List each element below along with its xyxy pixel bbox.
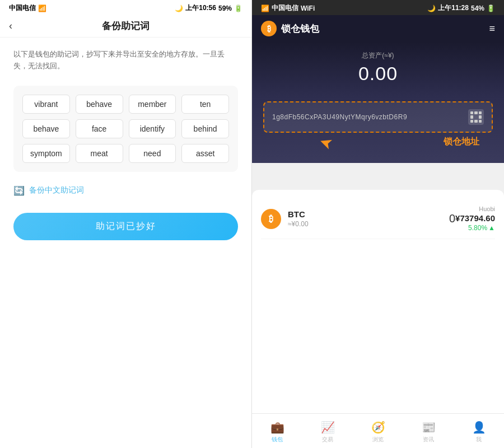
lock-label: 锁仓地址 <box>444 136 479 148</box>
wifi-right: WiFi <box>301 4 315 12</box>
mnemonic-word-4: ten <box>181 95 229 114</box>
mnemonic-word-3: member <box>129 95 176 114</box>
me-nav-label: 我 <box>476 436 482 444</box>
qr-dot <box>479 120 482 123</box>
battery-right: 54% <box>471 4 484 12</box>
coin-info: BTC ≈¥0.00 <box>288 209 445 228</box>
coin-change-value: 5.80% <box>468 224 487 232</box>
coin-change: 5.80% ▲ <box>455 224 495 232</box>
qr-dot <box>474 115 477 118</box>
address-box-wrapper: 1g8dFb56CxPA3U49NytYMqry6vzbtD6R9 ➤ 锁仓地址 <box>252 96 504 163</box>
total-assets-label: 总资产(≈¥) <box>263 51 493 60</box>
backup-chinese-label: 备份中文助记词 <box>29 185 84 195</box>
nav-bar-right: ₿ 锁仓钱包 ≡ <box>252 15 504 42</box>
news-nav-label: 资讯 <box>423 436 434 444</box>
bottom-nav: 💼 钱包 📈 交易 🧭 浏览 📰 资讯 👤 我 <box>252 413 504 448</box>
description-text: 以下是钱包的助记词，抄写下来并导出至安全的地方存放。一旦丢失，无法找回。 <box>13 49 238 72</box>
confirm-button[interactable]: 助记词已抄好 <box>13 213 238 240</box>
battery-left: 59% <box>218 4 232 12</box>
coin-change-arrow: ▲ <box>488 224 495 232</box>
coin-source: Huobi <box>455 206 495 212</box>
qr-dot <box>474 111 477 114</box>
wallet-nav-icon: 💼 <box>270 421 284 434</box>
qr-dot <box>479 111 482 114</box>
coin-approx: ≈¥0.00 <box>288 220 445 228</box>
signal-icon-right: 📶 <box>261 4 269 12</box>
mnemonic-word-1: vibrant <box>22 95 70 114</box>
time-left: 上午10:56 <box>185 3 216 13</box>
carrier-left: 中国电信 <box>9 3 36 13</box>
left-phone: 中国电信 📶 🌙 上午10:56 59% 🔋 ‹ 备份助记词 以下是钱包的助记词… <box>0 0 252 448</box>
moon-icon-right: 🌙 <box>427 4 436 12</box>
wallet-title-label: 锁仓钱包 <box>281 22 319 35</box>
wallet-title: ₿ 锁仓钱包 <box>261 21 319 36</box>
nav-bar-left: ‹ 备份助记词 <box>0 15 251 38</box>
nav-item-trade[interactable]: 📈 交易 <box>314 418 342 446</box>
content-left: 以下是钱包的助记词，抄写下来并导出至安全的地方存放。一旦丢失，无法找回。 vib… <box>0 38 251 448</box>
mnemonic-word-12: asset <box>181 144 229 163</box>
mnemonic-word-5: behave <box>22 119 70 138</box>
mnemonic-grid: vibrantbehavemembertenbehavefaceidentify… <box>13 86 238 172</box>
qr-dot <box>474 120 477 123</box>
status-right-right: 🌙 上午11:28 54% 🔋 <box>427 3 495 13</box>
qr-dot <box>470 111 473 114</box>
page-title-left: 备份助记词 <box>102 20 150 32</box>
mnemonic-word-10: meat <box>76 144 123 163</box>
status-bar-right: 📶 中国电信 WiFi 🌙 上午11:28 54% 🔋 <box>252 0 504 15</box>
time-right: 上午11:28 <box>438 3 469 13</box>
mnemonic-word-9: symptom <box>22 144 70 163</box>
right-phone: 📶 中国电信 WiFi 🌙 上午11:28 54% 🔋 ₿ 锁仓钱包 ≡ 总资产… <box>252 0 504 448</box>
coin-amount: 0 <box>449 212 455 225</box>
carrier-right: 中国电信 <box>272 3 298 13</box>
mnemonic-word-7: identify <box>129 119 176 138</box>
qr-dot <box>470 115 473 118</box>
refresh-icon: 🔄 <box>13 185 25 196</box>
address-text: 1g8dFb56CxPA3U49NytYMqry6vzbtD6R9 <box>272 113 464 121</box>
status-bar-left: 中国电信 📶 🌙 上午10:56 59% 🔋 <box>0 0 251 15</box>
wallet-header: 总资产(≈¥) 0.00 <box>252 42 504 96</box>
mnemonic-word-2: behave <box>76 95 123 114</box>
coin-row-btc[interactable]: ₿ BTC ≈¥0.00 0 Huobi ¥73794.60 5.80% ▲ <box>261 199 495 239</box>
browse-nav-icon: 🧭 <box>371 421 385 434</box>
hamburger-menu[interactable]: ≡ <box>489 23 495 35</box>
moon-icon-left: 🌙 <box>175 4 183 12</box>
total-assets-value: 0.00 <box>263 63 493 85</box>
me-nav-icon: 👤 <box>472 421 486 434</box>
mnemonic-word-8: behind <box>181 119 229 138</box>
mnemonic-word-11: need <box>129 144 176 163</box>
coins-section: ₿ BTC ≈¥0.00 0 Huobi ¥73794.60 5.80% ▲ <box>252 190 504 413</box>
trade-nav-label: 交易 <box>322 436 333 444</box>
nav-item-me[interactable]: 👤 我 <box>465 418 493 446</box>
backup-chinese-button[interactable]: 🔄 备份中文助记词 <box>13 185 238 196</box>
address-box[interactable]: 1g8dFb56CxPA3U49NytYMqry6vzbtD6R9 <box>263 101 493 133</box>
battery-icon-right: 🔋 <box>487 4 495 12</box>
wallet-nav-label: 钱包 <box>272 436 283 444</box>
right-status-info: 🌙 上午10:56 59% 🔋 <box>175 3 242 13</box>
back-button[interactable]: ‹ <box>9 20 12 32</box>
coin-price: ¥73794.60 <box>455 213 495 223</box>
status-left-right: 📶 中国电信 WiFi <box>261 3 315 13</box>
nav-item-wallet[interactable]: 💼 钱包 <box>264 418 291 446</box>
browse-nav-label: 浏览 <box>372 436 384 444</box>
arrow-icon: ➤ <box>316 132 335 154</box>
mnemonic-word-6: face <box>76 119 123 138</box>
qr-icon[interactable] <box>468 109 484 125</box>
btc-icon: ₿ <box>261 209 281 229</box>
qr-dot <box>479 115 482 118</box>
coin-price-info: Huobi ¥73794.60 5.80% ▲ <box>455 206 495 232</box>
bitcoin-icon: ₿ <box>261 21 277 36</box>
battery-icon-left: 🔋 <box>234 4 242 12</box>
news-nav-icon: 📰 <box>422 421 436 434</box>
coin-name: BTC <box>288 209 445 219</box>
nav-item-news[interactable]: 📰 资讯 <box>415 418 442 446</box>
trade-nav-icon: 📈 <box>321 421 335 434</box>
left-status-info: 中国电信 📶 <box>9 3 46 13</box>
nav-item-browse[interactable]: 🧭 浏览 <box>365 418 392 446</box>
qr-dot <box>470 120 473 123</box>
wifi-icon-left: 📶 <box>38 4 46 12</box>
